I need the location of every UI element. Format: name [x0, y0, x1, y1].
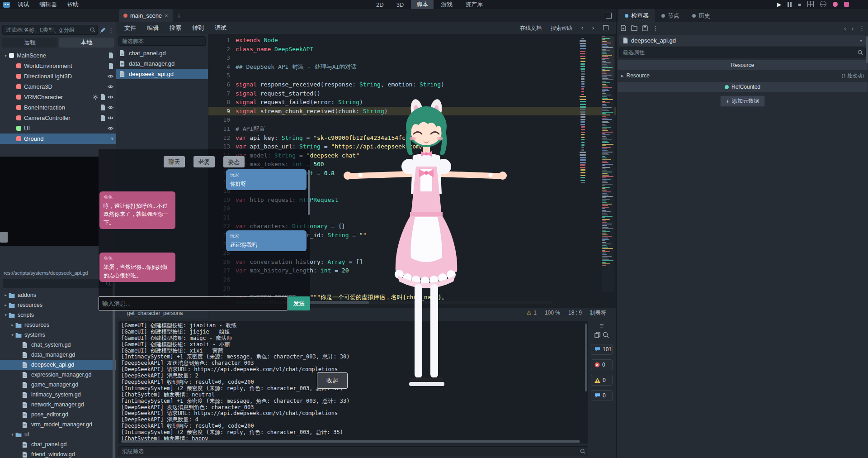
inspector-forward-icon[interactable]: › [852, 25, 854, 32]
chat-input[interactable] [99, 296, 288, 310]
file-ui[interactable]: ▾ui [0, 429, 116, 439]
play-scene-button[interactable] [807, 1, 814, 8]
search-help-button[interactable]: 搜索帮助 [547, 24, 576, 32]
scene-node-Camera3D[interactable]: Camera3D [0, 81, 116, 92]
workspace-tab-脚本[interactable]: 脚本 [411, 0, 434, 10]
eye-icon[interactable] [108, 95, 113, 100]
output-filter-input[interactable] [118, 446, 588, 456]
script-menu-文件[interactable]: 文件 [119, 24, 142, 32]
category-resource[interactable]: Resource [618, 60, 868, 70]
file-pose_editor.gd[interactable]: pose_editor.gd [0, 410, 116, 420]
tab-local[interactable]: 本地 [59, 38, 114, 48]
load-resource-icon[interactable] [631, 25, 637, 31]
minimap-viewport[interactable] [601, 36, 614, 78]
menu-帮助[interactable]: 帮助 [62, 0, 84, 9]
zoom-level[interactable]: 100 % [545, 310, 560, 316]
file-intimacy_system.gd[interactable]: intimacy_system.gd [0, 390, 116, 400]
distraction-free-icon[interactable] [606, 13, 612, 19]
code-line-10[interactable]: 10 [208, 115, 616, 124]
script-item-data_manager.gd[interactable]: data_manager.gd [116, 58, 208, 69]
scene-node-WorldEnvironment[interactable]: WorldEnvironment [0, 61, 116, 71]
file-chat_panel.gd[interactable]: chat_panel.gd [0, 439, 116, 449]
tab-inspector[interactable]: 检查器 [618, 9, 655, 22]
member-overview-item[interactable]: get_character_persona [127, 310, 183, 316]
code-line-3[interactable]: 3 [208, 53, 616, 62]
chat-messages[interactable]: 玩家你好呀兔兔哼，谁让你打招呼的...不过既然你来了，就勉强理你一下。玩家还记得… [99, 169, 309, 295]
code-line-12[interactable]: 12var api_key: String = "sk-c90900fb12fe… [208, 134, 616, 143]
workspace-tab-游戏[interactable]: 游戏 [435, 0, 458, 10]
scene-filter-input[interactable] [2, 25, 98, 35]
chevron-icon[interactable]: ▾ [111, 136, 113, 142]
file-chat_system.gd[interactable]: chat_system.gd [0, 340, 116, 350]
warning-icon[interactable]: ⚠ [526, 310, 531, 316]
play-custom-button[interactable] [820, 1, 826, 8]
code-line-11[interactable]: 11# API配置 [208, 124, 616, 134]
log-area[interactable]: [GameUI] 创建模型按钮: jiaolian - 教练[GameUI] 创… [118, 321, 588, 444]
file-game_manager.gd[interactable]: game_manager.gd [0, 380, 116, 390]
edit-script-icon[interactable] [100, 27, 106, 33]
history-forward-icon[interactable]: › [588, 25, 598, 31]
file-data_manager.gd[interactable]: data_manager.gd [0, 350, 116, 360]
new-resource-icon[interactable] [620, 25, 627, 31]
renderer-icon[interactable] [844, 2, 849, 8]
pause-button[interactable] [788, 2, 792, 8]
scene-node-BoneInteraction[interactable]: BoneInteraction [0, 102, 116, 113]
workspace-tab-资产库[interactable]: 资产库 [460, 0, 488, 10]
script-icon[interactable] [100, 105, 105, 110]
output-menu-icon[interactable]: ≡ [591, 322, 613, 330]
code-line-2[interactable]: 2class_name DeepSeekAPI [208, 45, 616, 54]
file-friend_window.gd[interactable]: friend_window.gd [0, 449, 116, 458]
tool-icon[interactable] [93, 95, 98, 100]
play-button[interactable]: ▶ [777, 1, 781, 8]
scene-dock-menu-icon[interactable]: ⋮ [108, 27, 114, 33]
category-refcounted[interactable]: RefCounted [618, 82, 868, 92]
script-menu-编辑[interactable]: 编辑 [142, 24, 164, 32]
code-line-6[interactable]: 6signal response_received(response: Stri… [208, 80, 616, 89]
scene-node-CameraController[interactable]: CameraController [0, 113, 116, 123]
inspector-scrollbar[interactable] [866, 36, 868, 63]
movie-mode-icon[interactable] [833, 2, 838, 8]
close-icon[interactable]: × [165, 12, 168, 19]
output-counter-debug[interactable]: 0 [591, 390, 613, 401]
history-back-icon[interactable]: ‹ [577, 25, 587, 31]
filesystem-filter-input[interactable] [3, 279, 113, 288]
inspector-object-selector[interactable]: deepseek_api.gd ▾ [619, 35, 866, 46]
save-icon[interactable] [642, 25, 648, 31]
file-resources[interactable]: ▸resources [0, 320, 116, 330]
eye-icon[interactable] [108, 84, 113, 89]
inspector-menu-icon[interactable]: ⋮ [859, 25, 865, 32]
script-menu-搜索[interactable]: 搜索 [164, 24, 187, 32]
workspace-tab-3D[interactable]: 3D [391, 0, 410, 9]
inspector-extra-icon[interactable]: ⋮ [652, 25, 658, 32]
scene-node-VRMCharacter[interactable]: VRMCharacter [0, 92, 116, 102]
float-window-icon[interactable] [599, 25, 613, 32]
collapse-chat-button[interactable]: 收起 [317, 372, 348, 389]
stop-button[interactable]: ■ [798, 2, 801, 7]
log-hscrollbar[interactable] [121, 440, 580, 443]
online-docs-button[interactable]: 在线文档 [516, 24, 546, 32]
output-counter-warning[interactable]: 0 [591, 375, 613, 386]
scene-tab-main-scene[interactable]: main_scene × [119, 9, 173, 22]
game-window-handle[interactable] [0, 232, 8, 243]
workspace-tab-2D[interactable]: 2D [371, 0, 389, 9]
output-counter-message[interactable]: 101 [591, 344, 613, 355]
eye-icon[interactable] [108, 74, 113, 79]
code-line-4[interactable]: 4## DeepSeek API 封装 - 处理与AI的对话 [208, 62, 616, 72]
file-expression_manager.gd[interactable]: expression_manager.gd [0, 370, 116, 380]
tab-node[interactable]: 节点 [655, 9, 686, 22]
game-tab-聊天[interactable]: 聊天 [164, 156, 185, 167]
add-scene-tab-button[interactable]: + [177, 12, 181, 19]
tab-remote[interactable]: 远程 [2, 38, 57, 48]
section-resource[interactable]: ▸ Resource (1 处改动) [617, 70, 868, 81]
script-icon[interactable] [100, 94, 105, 100]
file-systems[interactable]: ▾systems [0, 330, 116, 340]
code-line-5[interactable]: 5 [208, 71, 616, 80]
script-icon[interactable] [108, 63, 113, 69]
menu-调试[interactable]: 调试 [13, 0, 34, 9]
file-network_manager.gd[interactable]: network_manager.gd [0, 400, 116, 410]
eye-icon[interactable] [108, 105, 113, 110]
scene-node-Ground[interactable]: Ground▾ [0, 134, 116, 144]
code-line-1[interactable]: 1extends Node [208, 36, 616, 45]
godot-logo-icon[interactable] [3, 2, 10, 8]
inspector-back-icon[interactable]: ‹ [844, 25, 846, 32]
